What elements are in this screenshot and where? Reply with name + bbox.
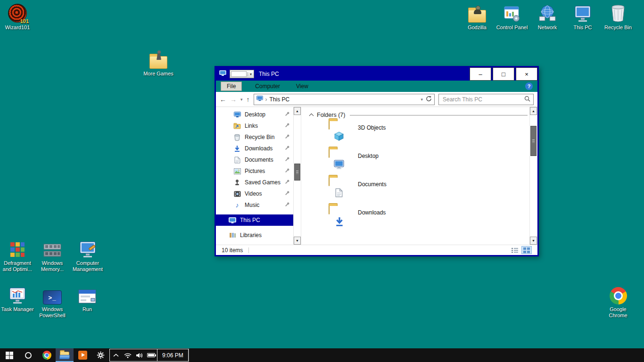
sidebar-item-links[interactable]: Links — [216, 120, 293, 132]
pin-icon[interactable] — [284, 180, 289, 186]
desktop-icon-recycle-bin[interactable]: Recycle Bin — [601, 3, 635, 31]
network-icon[interactable] — [122, 349, 133, 361]
taskbar-chrome[interactable] — [38, 348, 56, 362]
address-dropdown-icon[interactable]: ▾ — [421, 97, 423, 102]
details-view-button[interactable] — [510, 246, 520, 254]
sidebar-item-label: This PC — [240, 217, 260, 223]
navigation-pane: Desktop Links Recycle Bin Downloads Docu — [216, 107, 293, 245]
desktop-icon-control-panel[interactable]: Control Panel — [495, 3, 529, 31]
search-input[interactable] — [442, 96, 522, 103]
scroll-down-icon[interactable]: ▼ — [530, 237, 537, 245]
sidebar-item-videos[interactable]: Videos — [216, 188, 293, 199]
menu-bar: File Computer View ? — [216, 81, 537, 92]
title-bar[interactable]: ▾ This PC – □ × — [216, 67, 537, 81]
desktop-icon-windows-memory[interactable]: Windows Memory... — [35, 239, 69, 272]
sidebar-item-recycle-bin[interactable]: Recycle Bin — [216, 132, 293, 143]
back-button[interactable]: ← — [220, 96, 226, 103]
desktop-icon-powershell[interactable]: Windows PowerShell — [35, 285, 69, 319]
pin-icon[interactable] — [284, 202, 289, 209]
sidebar-item-documents[interactable]: Documents — [216, 154, 293, 165]
desktop-icon-run[interactable]: Run — [70, 285, 104, 313]
chrome-icon — [42, 351, 51, 360]
desktop-icon-wizard101[interactable]: Wizard101 — [0, 3, 34, 31]
icon-label: Recycle Bin — [604, 25, 632, 31]
quick-access-toolbar-dropdown[interactable]: ▾ — [230, 70, 254, 78]
desktop-icon-more-games[interactable]: More Games — [141, 49, 175, 77]
scroll-up-icon[interactable]: ▲ — [530, 107, 537, 115]
search-box[interactable] — [438, 94, 534, 105]
windows-logo-icon — [6, 352, 13, 359]
search-button[interactable] — [19, 348, 38, 362]
scrollbar-thumb[interactable] — [294, 164, 300, 181]
links-icon — [233, 123, 241, 129]
wizard101-icon — [8, 3, 27, 23]
close-button[interactable]: × — [516, 67, 537, 81]
pin-icon[interactable] — [284, 157, 289, 164]
sidebar-item-music[interactable]: ♪ Music — [216, 199, 293, 211]
navigation-scrollbar[interactable]: ▲ ▼ — [293, 107, 301, 245]
refresh-icon[interactable] — [426, 96, 432, 103]
icon-label: Windows PowerShell — [35, 306, 69, 319]
desktop-icon-task-manager[interactable]: Task Manager — [0, 285, 34, 313]
desktop-icon-this-pc[interactable]: This PC — [566, 3, 600, 31]
folder-label: Desktop — [358, 153, 379, 159]
sidebar-item-desktop[interactable]: Desktop — [216, 109, 293, 120]
file-list: Folders (7) 3D Objects Desktop — [301, 107, 529, 245]
this-pc-icon — [228, 217, 237, 223]
libraries-icon — [228, 232, 237, 239]
taskbar-settings[interactable] — [91, 348, 109, 362]
scroll-up-icon[interactable]: ▲ — [294, 107, 301, 115]
music-note-icon: ♪ — [233, 202, 241, 208]
tray-chevron-up-icon[interactable] — [110, 349, 122, 361]
item-count: 10 items — [222, 247, 243, 254]
desktop-icon-defragment[interactable]: Defragment and Optimi... — [0, 239, 34, 272]
search-icon — [524, 95, 530, 104]
menu-file[interactable]: File — [221, 82, 242, 91]
downloads-icon — [233, 145, 241, 152]
large-icons-view-button[interactable] — [521, 246, 532, 254]
content-scrollbar[interactable]: ▲ ▼ — [529, 107, 537, 245]
desktop-icon-google-chrome[interactable]: Google Chrome — [601, 285, 635, 319]
desktop-icon-computer-management[interactable]: Computer Management — [71, 239, 105, 272]
menu-view[interactable]: View — [290, 82, 314, 90]
sidebar-item-downloads[interactable]: Downloads — [216, 143, 293, 154]
desktop-icon-godzilla[interactable]: Godzilla — [460, 3, 494, 31]
battery-icon[interactable] — [145, 349, 157, 361]
taskbar-media-app[interactable] — [74, 348, 91, 362]
pin-icon[interactable] — [284, 123, 289, 130]
desktop-icon-network[interactable]: Network — [530, 3, 564, 31]
minimize-button[interactable]: – — [470, 67, 491, 81]
volume-icon[interactable] — [133, 349, 145, 361]
pin-icon[interactable] — [284, 134, 289, 141]
sidebar-item-pictures[interactable]: Pictures — [216, 165, 293, 177]
start-button[interactable] — [0, 348, 19, 362]
recent-locations-dropdown[interactable]: ▾ — [240, 97, 243, 102]
folder-tile-3d-objects[interactable]: 3D Objects — [310, 118, 529, 147]
folder-tile-documents[interactable]: Documents — [310, 175, 529, 203]
pin-icon[interactable] — [284, 168, 289, 175]
menu-computer[interactable]: Computer — [249, 82, 286, 90]
up-button[interactable]: ↑ — [247, 96, 250, 103]
folder-tile-desktop[interactable]: Desktop — [310, 147, 529, 175]
icon-label: Run — [83, 306, 92, 313]
maximize-button[interactable]: □ — [493, 67, 514, 81]
pin-icon[interactable] — [284, 146, 289, 152]
sidebar-item-libraries[interactable]: Libraries — [216, 230, 293, 241]
group-header-folders[interactable]: Folders (7) — [310, 112, 529, 118]
sidebar-item-saved-games[interactable]: Saved Games — [216, 177, 293, 188]
breadcrumb-location[interactable]: This PC — [270, 96, 290, 103]
sidebar-item-label: Videos — [245, 190, 262, 197]
forward-button[interactable]: → — [230, 96, 237, 103]
scrollbar-thumb[interactable] — [530, 126, 537, 156]
pin-icon[interactable] — [284, 112, 289, 118]
system-tray: 9:06 PM — [109, 349, 189, 362]
taskbar-file-explorer[interactable] — [56, 348, 74, 362]
taskbar-clock[interactable]: 9:06 PM — [157, 349, 188, 361]
address-bar[interactable]: › This PC ▾ — [254, 94, 435, 105]
folder-tile-downloads[interactable]: Downloads — [310, 203, 529, 231]
pin-icon[interactable] — [284, 191, 289, 197]
show-desktop-button[interactable] — [189, 348, 191, 362]
help-icon[interactable]: ? — [525, 82, 533, 90]
scroll-down-icon[interactable]: ▼ — [294, 237, 301, 245]
sidebar-item-this-pc[interactable]: This PC — [216, 214, 293, 226]
